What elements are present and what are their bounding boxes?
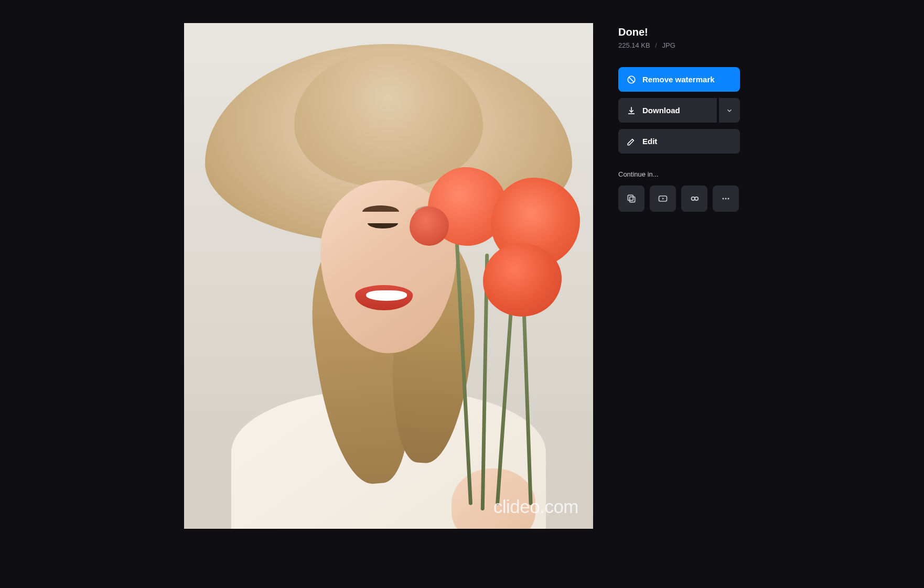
file-size: 225.14 KB xyxy=(618,41,650,49)
svg-point-7 xyxy=(728,198,729,200)
continue-infinity-button[interactable] xyxy=(681,186,707,212)
continue-layers-button[interactable] xyxy=(618,186,644,212)
continue-more-button[interactable] xyxy=(713,186,739,212)
chevron-down-icon xyxy=(726,107,733,114)
continue-icon-row xyxy=(618,186,740,212)
pencil-icon xyxy=(627,137,636,146)
download-options-button[interactable] xyxy=(719,98,740,123)
more-icon xyxy=(721,193,731,204)
svg-point-5 xyxy=(723,198,724,200)
remove-watermark-label: Remove watermark xyxy=(642,75,715,84)
edit-button[interactable]: Edit xyxy=(618,129,740,154)
watermark-text: clideo.com xyxy=(493,496,578,517)
sidebar: Done! 225.14 KB / JPG Remove watermark xyxy=(618,23,740,529)
file-meta: 225.14 KB / JPG xyxy=(618,41,740,49)
remove-watermark-button[interactable]: Remove watermark xyxy=(618,67,740,92)
svg-point-6 xyxy=(725,198,727,200)
status-title: Done! xyxy=(618,26,740,38)
video-icon xyxy=(658,193,668,204)
edit-label: Edit xyxy=(642,137,657,146)
layers-icon xyxy=(626,193,637,204)
svg-line-1 xyxy=(629,77,634,82)
no-symbol-icon xyxy=(627,75,636,84)
continue-label: Continue in... xyxy=(618,170,740,178)
svg-rect-3 xyxy=(630,197,635,202)
download-label: Download xyxy=(642,106,680,115)
continue-video-button[interactable] xyxy=(650,186,676,212)
svg-rect-2 xyxy=(628,195,633,200)
image-preview: clideo.com xyxy=(184,23,593,529)
meta-separator: / xyxy=(655,41,657,49)
infinity-icon xyxy=(689,193,700,204)
download-icon xyxy=(627,106,636,115)
download-button[interactable]: Download xyxy=(618,98,717,123)
file-format: JPG xyxy=(662,41,675,49)
